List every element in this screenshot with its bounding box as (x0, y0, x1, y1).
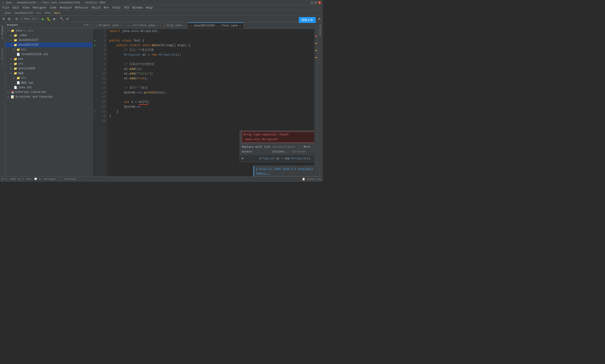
menu-refactor[interactable]: Refactor (74, 6, 90, 10)
toolbar-settings-button[interactable]: ⚙ (1, 16, 6, 22)
todo-button[interactable]: ⚑ 6: TODO (2, 178, 16, 181)
upload-button[interactable]: 拖拽上传 (299, 17, 316, 23)
menu-run[interactable]: Run (102, 6, 110, 10)
breadcrumb-main[interactable]: main (54, 12, 60, 14)
tab-crop[interactable]: ☕ Crop.java ✕ (161, 23, 188, 29)
info-icon: ℹ (256, 167, 257, 171)
update-link[interactable]: Update... (256, 172, 270, 175)
run-coverage-button[interactable]: ▶ (52, 16, 57, 22)
tree-item-idea[interactable]: ▶ 📁 .idea (5, 33, 92, 38)
menu-vcs[interactable]: VCS (123, 6, 131, 10)
tree-item-j28[interactable]: ▼ 📁 Java20211228 (5, 42, 92, 47)
window-controls[interactable]: — □ ✕ (310, 1, 321, 4)
tree-item-scratches[interactable]: ▶ 📝 Scratches and Consoles (5, 94, 92, 99)
tree-label-ext-libs: External Libraries (15, 91, 46, 94)
tree-item-src-top[interactable]: ▶ 📁 src (5, 62, 92, 66)
menu-analyze[interactable]: Analyze (58, 6, 73, 10)
folder-icon-untitled26: 📁 (14, 67, 17, 70)
maximize-button[interactable]: □ (314, 1, 317, 4)
expand-icon[interactable]: ⊞ (86, 23, 88, 27)
error-popup: Array type expected; found: 'java.util.A… (240, 130, 314, 162)
gutter-line-5 (93, 48, 97, 52)
run-configuration[interactable]: ▶ Test (1) ▼ (20, 16, 40, 21)
tree-item-src-inherit[interactable]: ▶ 📁 src (5, 76, 92, 80)
menu-file[interactable]: File (1, 6, 11, 10)
tree-item-java-iml[interactable]: ▶ 📄 java.iml (5, 85, 92, 90)
toolbar-right: 🔍 ⎇ ⚙ 拖拽上传 (304, 16, 322, 22)
menu-tools[interactable]: Tools (111, 6, 122, 10)
menu-build[interactable]: Build (90, 6, 102, 10)
run-button[interactable]: ▶ (40, 16, 46, 22)
project-header-icons[interactable]: ⚙ ⊞ ✕ (83, 23, 90, 27)
tab-student[interactable]: ☕ Student.java ✕ (93, 23, 125, 29)
toolbar-update-button[interactable]: ↺ (65, 16, 70, 22)
tree-item-j27[interactable]: ▶ 📁 Java20211227 (5, 38, 92, 42)
toolbar-more-button[interactable]: ⚙ (317, 16, 322, 22)
menu-view[interactable]: View (21, 6, 31, 10)
tab-student-close[interactable]: ✕ (120, 24, 121, 27)
close-panel-icon[interactable]: ✕ (89, 23, 90, 27)
tree-item-out[interactable]: ▶ 📁 out (5, 57, 92, 62)
tree-path-java: D:/java (24, 29, 34, 32)
tree-item-src-j28[interactable]: ▼ 📁 src (5, 47, 92, 52)
gutter-line-16 (93, 100, 97, 104)
gutter-line-12 (93, 81, 97, 86)
arraylist-suggestion[interactable]: ■ ArrayList al = new ArrayList() ⋮ (240, 155, 314, 162)
run-button-bottom[interactable]: ▶ 4: Run (19, 178, 31, 181)
terminal-button[interactable]: ⬛ Terminal (59, 178, 76, 181)
tab-test-close[interactable]: ✕ (239, 24, 241, 27)
line-num-19: 19 (97, 114, 105, 119)
toolbar-arrange-button[interactable]: ⊞ (7, 16, 12, 22)
breadcrumb-test[interactable]: Test (44, 12, 51, 14)
minimize-button[interactable]: — (310, 1, 313, 4)
gutter-line-2 (93, 34, 97, 38)
project-panel-toggle[interactable]: 1: Project (1, 24, 4, 40)
tab-crop-close[interactable]: ✕ (183, 24, 185, 27)
structure-panel-toggle[interactable]: 2: Structure (1, 47, 4, 66)
tree-item-iml-j28[interactable]: ▶ 📄 Java20211228.iml (5, 52, 92, 57)
tab-src-test-close[interactable]: ✕ (156, 24, 158, 27)
line-numbers: 1 2 3 4 5 6 7 8 9 10 11 12 13 14 15 16 1… (97, 29, 107, 176)
breadcrumb-src[interactable]: src (36, 12, 41, 14)
menu-edit[interactable]: Edit (11, 6, 21, 10)
tree-item-untitled26[interactable]: ▶ 📁 untitled26 (5, 66, 92, 71)
gutter-line-4: ▶ (93, 43, 97, 48)
menu-navigate[interactable]: Navigate (31, 6, 48, 10)
editor-content[interactable]: ▶ ▶ ◇ 1 2 (93, 29, 318, 176)
database-panel-toggle[interactable]: Database (319, 23, 322, 36)
tree-label-idea: .idea (18, 34, 27, 37)
breadcrumb-project[interactable]: Java20211228 (14, 12, 33, 14)
gear-icon[interactable]: ⚙ (83, 23, 85, 27)
toolbar-config-button[interactable]: ⚙ (14, 16, 19, 22)
debug-button[interactable]: 🐛 (46, 16, 51, 22)
event-log-button[interactable]: 📋 Event Log (302, 178, 321, 181)
code-line-17: System.ou (109, 104, 312, 109)
tree-item-inherit[interactable]: ▼ 📁 继承 (5, 71, 92, 76)
expand-arrow-j27: ▶ (10, 39, 13, 42)
notification-title: IntelliJ IDEA 2020.1.4 available (258, 168, 313, 171)
folder-icon-j28: 📁 (14, 43, 17, 47)
close-button[interactable]: ✕ (318, 1, 321, 4)
code-editor[interactable]: import java.util.ArrayList; public class… (107, 29, 314, 176)
gutter-line-17 (93, 104, 97, 109)
tree-item-iml-inherit[interactable]: ▶ 📄 继承.iml (5, 80, 92, 85)
tree-item-java[interactable]: ▼ 📁 java D:/java (5, 28, 92, 33)
breadcrumb-java[interactable]: java (4, 12, 11, 14)
code-line-10: al.add("hello"); (109, 71, 312, 76)
tree-item-ext-libs[interactable]: ▶ 📚 External Libraries (5, 90, 92, 94)
menu-window[interactable]: Window (131, 6, 144, 10)
line-num-14: 14 (97, 90, 105, 95)
tree-label-j27: Java20211227 (18, 39, 39, 42)
code-line-3: public class Test { (109, 38, 312, 43)
line-num-9: 9 (97, 67, 105, 71)
messages-button[interactable]: 💬 0: Messages (34, 178, 56, 181)
toolbar-build-button[interactable]: 🔨 (59, 16, 64, 22)
line-num-17: 17 (97, 104, 105, 109)
project-panel-title: Project (7, 24, 18, 26)
tabs-bar: ☕ Student.java ✕ ☕ ● src\Test.java ✕ ☕ C… (93, 22, 318, 29)
replace-with-list-access-action[interactable]: Replace with list access Alt+Shift+Enter… (240, 144, 314, 155)
menu-help[interactable]: Help (144, 6, 154, 10)
tab-test-active[interactable]: ☕ Java20211228\...\Test.java ✕ (188, 23, 244, 29)
tab-src-test[interactable]: ☕ ● src\Test.java ✕ (125, 23, 161, 29)
menu-code[interactable]: Code (48, 6, 58, 10)
